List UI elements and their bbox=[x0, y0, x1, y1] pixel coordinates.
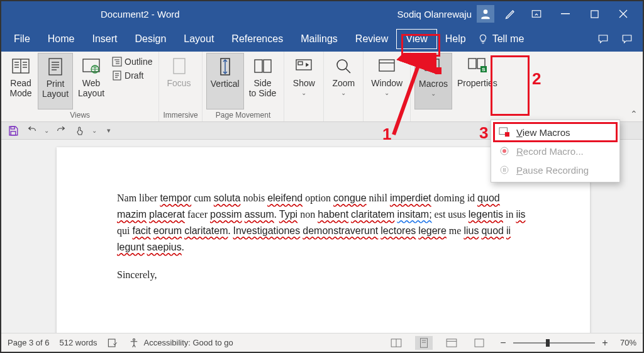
page-indicator[interactable]: Page 3 of 6 bbox=[8, 338, 50, 347]
svg-rect-30 bbox=[255, 60, 262, 72]
svg-rect-43 bbox=[469, 59, 476, 69]
outline-button[interactable]: Outline bbox=[109, 55, 155, 68]
save-button[interactable] bbox=[6, 124, 20, 138]
menu-home[interactable]: Home bbox=[39, 30, 84, 48]
macros-button[interactable]: Macros ⌄ bbox=[414, 53, 452, 109]
qat-customize-button[interactable]: ▾ bbox=[102, 124, 116, 138]
macros-icon bbox=[425, 56, 442, 77]
ribbon-group-views: Read Mode Print Layout Web Layout Outlin… bbox=[1, 52, 159, 121]
macros-dropdown-menu: View Macros Record Macro... Pause Record… bbox=[491, 120, 620, 182]
window-button[interactable]: Window ⌄ bbox=[367, 53, 406, 109]
properties-icon: S bbox=[468, 55, 487, 77]
show-button[interactable]: Show ⌄ bbox=[288, 53, 319, 109]
zoom-button[interactable]: Zoom ⌄ bbox=[328, 53, 359, 109]
read-mode-button[interactable]: Read Mode bbox=[5, 53, 36, 109]
focus-view-button[interactable] bbox=[470, 336, 488, 350]
body-paragraph[interactable]: Nam liber tempor cum soluta nobis eleife… bbox=[117, 190, 530, 255]
svg-point-50 bbox=[133, 339, 135, 340]
menu-mailings[interactable]: Mailings bbox=[292, 30, 347, 48]
ribbon-group-immersive: Focus Immersive bbox=[159, 52, 202, 121]
view-macros-item[interactable]: View Macros bbox=[491, 123, 619, 142]
status-bar: Page 3 of 6 512 words Accessibility: Goo… bbox=[1, 333, 643, 352]
menu-design[interactable]: Design bbox=[126, 30, 175, 48]
ribbon-group-zoom: Zoom ⌄ bbox=[324, 52, 364, 121]
svg-point-34 bbox=[337, 60, 347, 70]
touch-mode-button[interactable] bbox=[73, 124, 87, 138]
show-icon bbox=[296, 55, 312, 77]
vertical-button[interactable]: Vertical bbox=[206, 53, 244, 109]
svg-rect-3 bbox=[591, 10, 597, 17]
avatar[interactable] bbox=[477, 5, 494, 23]
redo-button[interactable] bbox=[54, 124, 68, 138]
tell-me-search[interactable]: Tell me bbox=[477, 33, 525, 45]
zoom-slider[interactable]: − + bbox=[498, 337, 610, 349]
window-icon bbox=[379, 55, 395, 77]
menu-file[interactable]: File bbox=[5, 30, 39, 48]
focus-icon bbox=[172, 55, 187, 77]
share-icon[interactable] bbox=[615, 30, 639, 48]
menu-insert[interactable]: Insert bbox=[83, 30, 126, 48]
chevron-down-icon: ⌄ bbox=[301, 89, 306, 96]
menubar: File Home Insert Design Layout Reference… bbox=[1, 26, 643, 52]
pen-icon[interactable] bbox=[499, 1, 522, 26]
svg-rect-53 bbox=[420, 338, 427, 347]
zoom-thumb[interactable] bbox=[546, 339, 550, 347]
draft-button[interactable]: Draft bbox=[109, 69, 155, 82]
focus-button[interactable]: Focus bbox=[163, 53, 194, 109]
user-name: Sodiq Olanrewaju bbox=[397, 9, 472, 20]
ribbon: Read Mode Print Layout Web Layout Outlin… bbox=[1, 52, 643, 122]
ribbon-group-macros: Macros ⌄ S Properties bbox=[411, 52, 505, 121]
svg-rect-65 bbox=[505, 168, 506, 172]
undo-button[interactable] bbox=[25, 124, 39, 138]
side-to-side-button[interactable]: Side to Side bbox=[245, 53, 280, 109]
minimize-button[interactable] bbox=[551, 1, 580, 26]
document-title: Document2 - Word bbox=[101, 9, 180, 20]
pause-icon bbox=[499, 164, 510, 176]
accessibility-status[interactable]: Accessibility: Good to go bbox=[128, 337, 233, 349]
print-layout-button[interactable]: Print Layout bbox=[38, 53, 73, 109]
read-mode-view-button[interactable] bbox=[387, 336, 405, 350]
close-button[interactable] bbox=[609, 1, 638, 26]
menu-references[interactable]: References bbox=[223, 30, 292, 48]
zoom-in-button[interactable]: + bbox=[600, 337, 610, 349]
svg-rect-31 bbox=[264, 60, 271, 72]
web-layout-icon bbox=[82, 55, 100, 77]
side-to-side-icon bbox=[253, 55, 272, 77]
svg-rect-27 bbox=[174, 59, 185, 74]
zoom-out-button[interactable]: − bbox=[498, 337, 508, 349]
svg-rect-56 bbox=[447, 339, 457, 346]
web-layout-view-button[interactable] bbox=[443, 336, 460, 350]
view-macros-icon bbox=[499, 126, 510, 138]
svg-point-62 bbox=[502, 149, 506, 153]
record-icon bbox=[499, 145, 510, 157]
menu-review[interactable]: Review bbox=[347, 30, 397, 48]
vertical-icon bbox=[218, 56, 233, 77]
svg-point-0 bbox=[484, 9, 488, 14]
record-macro-item[interactable]: Record Macro... bbox=[491, 142, 619, 160]
print-layout-view-button[interactable] bbox=[415, 336, 433, 350]
proofing-button[interactable] bbox=[107, 338, 118, 348]
properties-button[interactable]: S Properties bbox=[453, 53, 501, 109]
title-bar: Document2 - Word Sodiq Olanrewaju bbox=[1, 1, 643, 26]
svg-rect-47 bbox=[11, 126, 14, 129]
body-paragraph[interactable]: Sincerely, bbox=[117, 267, 530, 283]
menu-view[interactable]: View bbox=[397, 30, 436, 48]
menu-layout[interactable]: Layout bbox=[175, 30, 223, 48]
maximize-button[interactable] bbox=[580, 1, 609, 26]
read-mode-icon bbox=[12, 55, 30, 77]
lightbulb-icon bbox=[477, 33, 489, 45]
svg-rect-48 bbox=[11, 131, 16, 135]
zoom-track[interactable] bbox=[513, 342, 595, 344]
zoom-level[interactable]: 70% bbox=[620, 338, 636, 347]
web-layout-button[interactable]: Web Layout bbox=[74, 53, 108, 109]
menu-help[interactable]: Help bbox=[436, 30, 475, 48]
ribbon-display-icon[interactable] bbox=[522, 1, 551, 26]
svg-rect-42 bbox=[435, 67, 441, 74]
chevron-down-icon: ⌄ bbox=[431, 90, 436, 97]
word-count[interactable]: 512 words bbox=[60, 338, 97, 347]
chevron-down-icon: ⌄ bbox=[341, 89, 346, 96]
svg-rect-49 bbox=[109, 339, 116, 347]
comments-icon[interactable] bbox=[591, 30, 615, 48]
collapse-ribbon-button[interactable]: ⌃ bbox=[630, 109, 638, 119]
ribbon-group-page-movement: Vertical Side to Side Page Movement bbox=[203, 52, 285, 121]
